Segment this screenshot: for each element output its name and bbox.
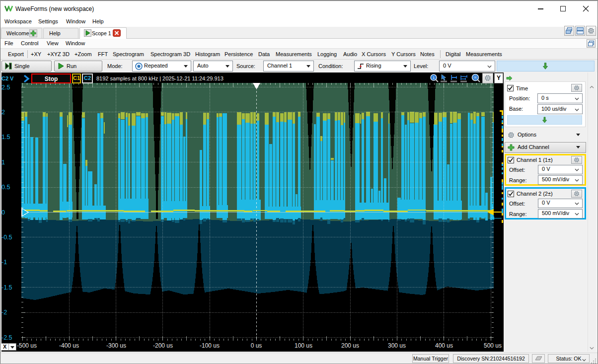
- svg-text:-300 us: -300 us: [106, 342, 126, 349]
- svg-text:-500 us: -500 us: [17, 342, 37, 349]
- svg-text:200 us: 200 us: [341, 342, 359, 349]
- svg-text:300 us: 300 us: [388, 342, 406, 349]
- svg-text:0: 0: [1, 209, 5, 216]
- svg-text:0.5: 0.5: [1, 184, 10, 191]
- svg-text:-400 us: -400 us: [59, 342, 79, 349]
- svg-text:500 us: 500 us: [484, 342, 502, 349]
- svg-text:400 us: 400 us: [435, 342, 453, 349]
- svg-text:-1: -1: [1, 259, 7, 266]
- svg-text:-1.5: -1.5: [1, 284, 12, 291]
- svg-text:1: 1: [433, 75, 435, 80]
- svg-text:-200 us: -200 us: [153, 342, 173, 349]
- svg-text:-2.5: -2.5: [1, 334, 12, 341]
- svg-text:2: 2: [1, 109, 5, 116]
- svg-text:100 us: 100 us: [295, 342, 312, 349]
- svg-text:-0.5: -0.5: [1, 234, 12, 241]
- svg-text:-2: -2: [1, 309, 7, 316]
- svg-text:0 us: 0 us: [251, 342, 262, 349]
- svg-text:-100 us: -100 us: [200, 342, 220, 349]
- svg-text:1: 1: [1, 159, 5, 166]
- svg-text:2.5: 2.5: [1, 84, 10, 91]
- svg-text:1.5: 1.5: [1, 134, 10, 141]
